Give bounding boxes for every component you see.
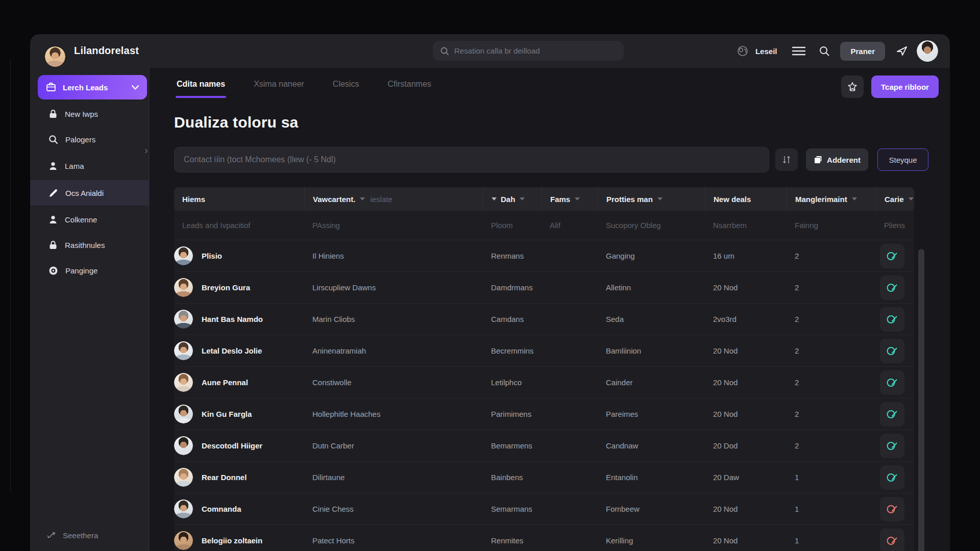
sidebar-item-panginge[interactable]: Panginge [30,258,149,283]
sidebar-item-ocs-anialdi[interactable]: Ocs Anialdi [30,180,149,206]
tab-cfirstanmes[interactable]: Cfirstanmes [386,80,432,92]
cell-mangleri: 2 [787,441,876,450]
cell-detail: Dilirtaune [304,473,483,482]
carie-status-button[interactable] [880,339,904,363]
sidebar-item-rasithnules[interactable]: Rasithnules [30,232,149,258]
sidebar-item-colkenne[interactable]: Colkenne [30,207,149,232]
col-manglerimaint[interactable]: Manglerimaint [787,187,876,211]
favorite-button[interactable] [841,76,864,98]
carie-status-button[interactable] [880,307,904,332]
contact-name: Plisio [202,252,222,260]
praner-button[interactable]: Praner [840,42,885,61]
col-carie[interactable]: Carie [876,187,914,211]
contact-avatar [174,436,193,455]
cell-mangleri: 1 [787,536,876,545]
carie-status-button[interactable] [880,465,904,490]
table-row[interactable]: Belogiio zoltaein Patect Horts Renmites … [174,524,914,551]
cell-carie [876,434,914,458]
table-row[interactable]: Descotodl Hiiger Dutn Carber Bemarmens C… [174,430,914,461]
cell-dah: Camdans [483,315,542,323]
table-row[interactable]: Kin Gu Fargla Hollephitle Haaches Parimi… [174,398,914,430]
cell-new-deals: 20 Nod [705,346,787,355]
cell-new-deals: 20 Nod [705,378,787,387]
contact-filter-input[interactable] [174,147,769,172]
cell-new-deals: 20 Daw [705,473,787,482]
copy-icon [814,156,822,164]
cell-protties: Fombeew [598,505,705,513]
contact-name: Kin Gu Fargla [202,410,252,418]
status-ring-icon [886,344,899,358]
cell-detail: Aninenatramiah [304,346,483,355]
cell-detail: Marin Cliobs [304,315,483,323]
carie-status-button[interactable] [880,497,904,521]
carie-status-button[interactable] [880,529,904,551]
contact-avatar [174,405,193,423]
status-ring-icon [886,503,899,516]
user-avatar[interactable] [917,40,938,62]
cell-protties: Alletinn [598,283,705,292]
table-row[interactable]: Breyion Gura Lirscupliew Dawns Damdrmans… [174,271,914,303]
col-dah[interactable]: Dah [483,187,542,211]
tab-xsima-naneer[interactable]: Xsima naneer [253,80,305,92]
cell-protties: Entanolin [598,473,705,482]
status-ring-icon [886,439,899,453]
col-hiems[interactable]: Hiems [174,187,304,211]
tab-clesics[interactable]: Clesics [332,80,360,92]
contact-avatar [174,499,193,518]
table-row[interactable]: Letal Deslo Jolie Aninenatramiah Becremm… [174,335,914,366]
sidebar-footer-link[interactable]: Seeethera [46,531,98,540]
table-row[interactable]: Plisio Il Hiniens Renmans Ganging 16 um … [174,240,914,271]
search-icon [48,135,58,144]
sidebar-item-lama[interactable]: Lama [30,153,149,179]
carie-status-button[interactable] [880,434,904,458]
sidebar-primary-button[interactable]: Lerch Leads [38,75,147,99]
sort-filter-button[interactable] [775,148,798,171]
table-scrollbar[interactable] [918,249,924,551]
status-ring-icon [886,249,899,263]
table-row[interactable]: Hant Bas Namdo Marin Cliobs Camdans Seda… [174,303,914,335]
cell-carie [876,402,914,427]
col-protties-man[interactable]: Protties man [598,187,705,211]
carie-status-button[interactable] [880,244,904,268]
cell-protties: Seda [598,315,705,323]
adderent-button[interactable]: Adderent [806,148,868,171]
menu-icon[interactable] [792,46,805,56]
lock-icon [48,109,58,119]
steyque-button[interactable]: Steyque [877,148,928,171]
sidebar-item-palogers[interactable]: Palogers [30,127,149,152]
contact-name: Letal Deslo Jolie [202,346,262,355]
cell-protties: Candnaw [598,441,705,450]
global-search-input[interactable] [454,46,617,55]
global-search[interactable] [433,41,624,61]
status-ring-icon [886,313,899,326]
cell-dah: Damdrmans [483,283,542,292]
sidebar-item-new-iwps[interactable]: New Iwps [30,101,149,127]
app-window: Lilandorelast Leseil Praner [30,34,950,551]
send-icon[interactable] [896,45,908,57]
cell-dah: Letilphco [483,378,542,387]
workspace-avatar[interactable] [45,46,65,67]
table-row[interactable]: Aune Pennal Constiwolle Letilphco Cainde… [174,366,914,398]
table-row[interactable]: Rear Donnel Dilirtaune Bainbens Entanoli… [174,461,914,493]
carie-status-button[interactable] [880,402,904,427]
carie-status-button[interactable] [880,370,904,395]
table-row[interactable]: Comnanda Cinie Chess Semarmans Fombeew 2… [174,493,914,524]
cell-mangleri: 2 [787,283,876,292]
status-ring-icon [886,534,899,547]
person-icon [48,161,58,171]
search-icon-button[interactable] [819,45,830,57]
contact-avatar [174,531,193,550]
cell-carie [876,276,914,300]
col-fams[interactable]: Fams [542,187,598,211]
app-title: Lilandorelast [74,45,139,57]
tcape-ribloor-button[interactable]: Tcape ribloor [871,76,939,98]
col-new-deals[interactable]: New deals [705,187,787,211]
tab-cdita-names[interactable]: Cdita names [176,80,226,92]
col-vawcartent[interactable]: Vawcartent.ieslate [304,187,483,211]
sidebar-collapse-handle[interactable]: › [144,144,148,156]
lock-icon [48,240,58,250]
status-ring-icon [886,471,899,484]
carie-status-button[interactable] [880,276,904,300]
leseil-menu[interactable]: Leseil [736,44,777,58]
cell-dah: Semarmans [483,505,542,513]
